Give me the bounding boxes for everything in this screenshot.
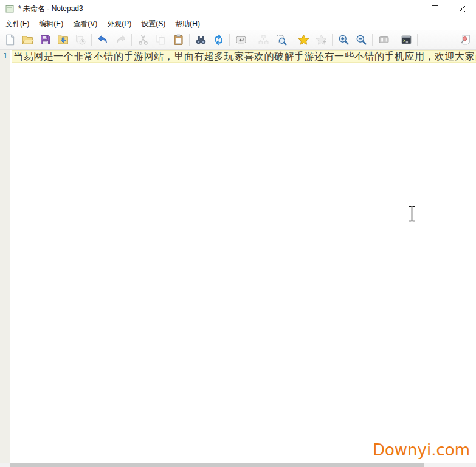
cut-icon bbox=[137, 33, 150, 46]
menu-bar: 文件(F) 编辑(E) 查看(V) 外观(P) 设置(S) 帮助(H) bbox=[0, 17, 476, 30]
new-file-icon bbox=[4, 33, 16, 46]
close-icon bbox=[459, 5, 466, 12]
copy-button[interactable] bbox=[153, 32, 168, 48]
text-ibeam-cursor bbox=[408, 206, 416, 222]
show-whitespace-button[interactable] bbox=[376, 32, 391, 48]
add-favorite-button[interactable] bbox=[313, 32, 329, 48]
menu-settings[interactable]: 设置(S) bbox=[136, 17, 170, 31]
title-bar: * 未命名 - Notepad3 bbox=[0, 0, 476, 17]
code-folding-button[interactable] bbox=[255, 32, 271, 48]
favorites-button[interactable] bbox=[295, 32, 311, 48]
pin-on-top-icon bbox=[459, 33, 472, 46]
undo-button[interactable] bbox=[95, 32, 111, 48]
maximize-button[interactable] bbox=[421, 0, 449, 17]
save-file-button[interactable] bbox=[37, 32, 53, 48]
current-line-highlight: 当易网是一个非常不错的手游网站，里面有超多玩家喜欢的破解手游还有一些不错的手机应… bbox=[12, 50, 476, 63]
paste-icon bbox=[172, 33, 185, 46]
find-button[interactable] bbox=[193, 32, 209, 48]
paste-button[interactable] bbox=[170, 32, 186, 48]
undo-icon bbox=[97, 33, 109, 46]
save-as-icon bbox=[57, 33, 69, 46]
line-1-text: 当易网是一个非常不错的手游网站，里面有超多玩家喜欢的破解手游还有一些不错的手机应… bbox=[12, 50, 476, 63]
replace-button[interactable] bbox=[210, 32, 226, 48]
minimize-button[interactable] bbox=[394, 0, 421, 17]
toolbar-separator bbox=[332, 34, 333, 46]
redo-icon bbox=[114, 33, 127, 46]
word-wrap-button[interactable] bbox=[233, 32, 249, 48]
open-file-icon bbox=[21, 33, 34, 46]
pin-on-top-button[interactable] bbox=[457, 32, 473, 48]
zoom-in-button[interactable] bbox=[336, 32, 351, 48]
run-console-icon bbox=[400, 33, 413, 46]
word-wrap-icon bbox=[235, 33, 247, 46]
toolbar-separator bbox=[91, 34, 92, 46]
toolbar bbox=[0, 30, 476, 50]
menu-file[interactable]: 文件(F) bbox=[1, 17, 34, 31]
toolbar-separator bbox=[189, 34, 190, 46]
toolbar-separator bbox=[372, 34, 373, 46]
show-whitespace-icon bbox=[378, 33, 390, 46]
zoom-out-button[interactable] bbox=[353, 32, 369, 48]
zoom-reset-button[interactable] bbox=[273, 32, 289, 48]
add-favorite-icon bbox=[315, 33, 328, 46]
save-file-icon bbox=[39, 33, 52, 46]
toolbar-separator bbox=[229, 34, 230, 46]
toolbar-separator bbox=[395, 34, 395, 46]
line-number-gutter: 1 bbox=[0, 50, 12, 463]
maximize-icon bbox=[432, 5, 438, 12]
horizontal-scrollbar-thumb[interactable] bbox=[10, 463, 424, 467]
notepad3-app-icon[interactable] bbox=[5, 4, 15, 13]
code-folding-icon bbox=[257, 33, 270, 46]
minimize-icon bbox=[405, 9, 411, 9]
menu-appearance[interactable]: 外观(P) bbox=[102, 17, 136, 31]
horizontal-scrollbar[interactable] bbox=[0, 463, 476, 467]
line-number: 1 bbox=[0, 50, 10, 62]
find-icon bbox=[195, 33, 207, 46]
window-controls bbox=[394, 0, 476, 17]
redo-button[interactable] bbox=[112, 32, 128, 48]
menu-view[interactable]: 查看(V) bbox=[68, 17, 102, 31]
run-console-button[interactable] bbox=[398, 32, 414, 48]
open-file-button[interactable] bbox=[19, 32, 35, 48]
toolbar-separator bbox=[292, 34, 292, 46]
close-button[interactable] bbox=[449, 0, 476, 17]
downyi-watermark: Downyi.com bbox=[373, 441, 470, 459]
file-history-icon bbox=[74, 33, 87, 46]
zoom-out-icon bbox=[355, 33, 368, 46]
menu-help[interactable]: 帮助(H) bbox=[170, 17, 205, 31]
save-as-button[interactable] bbox=[55, 32, 71, 48]
replace-icon bbox=[212, 33, 225, 46]
cut-button[interactable] bbox=[135, 32, 151, 48]
copy-icon bbox=[154, 33, 167, 46]
file-history-button[interactable] bbox=[72, 32, 88, 48]
toolbar-separator bbox=[131, 34, 132, 46]
notepad3-window: * 未命名 - Notepad3 文件(F) 编辑(E) 查看(V) 外观(P)… bbox=[0, 0, 476, 467]
menu-edit[interactable]: 编辑(E) bbox=[34, 17, 68, 31]
toolbar-separator bbox=[417, 34, 418, 46]
favorites-icon bbox=[297, 33, 310, 46]
zoom-reset-icon bbox=[275, 33, 288, 46]
window-title: * 未命名 - Notepad3 bbox=[18, 4, 83, 14]
new-file-button[interactable] bbox=[2, 32, 18, 48]
toolbar-separator bbox=[252, 34, 252, 46]
zoom-in-icon bbox=[337, 33, 350, 46]
editor-area[interactable]: 1 当易网是一个非常不错的手游网站，里面有超多玩家喜欢的破解手游还有一些不错的手… bbox=[0, 50, 476, 467]
